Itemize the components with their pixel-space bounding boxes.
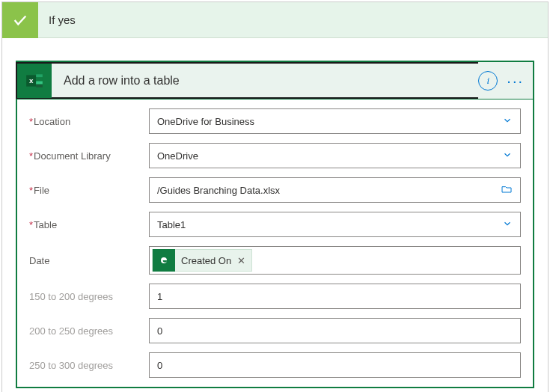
chevron-down-icon <box>502 150 513 162</box>
token-label: Created On <box>181 255 231 266</box>
condition-title: If yes <box>38 13 76 26</box>
action-title: Add a row into a table <box>52 74 180 88</box>
date-label: Date <box>29 255 149 266</box>
more-button[interactable]: ··· <box>507 73 524 88</box>
info-button[interactable]: i <box>478 71 498 91</box>
action-header[interactable]: x Add a row into a table i ··· <box>17 62 533 99</box>
condition-header[interactable]: If yes <box>2 2 548 38</box>
action-card: x Add a row into a table i ··· Location <box>16 61 534 388</box>
r3-value: 0 <box>157 360 513 371</box>
svg-rect-2 <box>36 74 43 77</box>
r2-label: 200 to 250 degrees <box>29 325 149 337</box>
table-label: Table <box>29 219 149 230</box>
chevron-down-icon <box>502 115 513 128</box>
file-picker[interactable]: /Guides Branching Data.xlsx <box>149 177 521 203</box>
doclib-value: OneDrive <box>157 150 502 162</box>
dataverse-icon <box>153 249 175 272</box>
r1-input[interactable]: 1 <box>149 284 521 309</box>
location-value: OneDrive for Business <box>157 116 502 127</box>
token-remove-button[interactable]: ✕ <box>237 255 245 266</box>
chevron-down-icon <box>502 218 513 231</box>
r1-label: 150 to 200 degrees <box>29 291 149 302</box>
table-value: Table1 <box>157 219 502 230</box>
excel-icon: x <box>17 64 52 98</box>
svg-text:x: x <box>29 76 34 85</box>
location-select[interactable]: OneDrive for Business <box>149 108 521 134</box>
location-label: Location <box>29 116 149 127</box>
doclib-select[interactable]: OneDrive <box>149 143 521 168</box>
date-input[interactable]: Created On ✕ <box>149 246 521 275</box>
r3-input[interactable]: 0 <box>149 352 521 378</box>
r2-value: 0 <box>157 325 513 337</box>
file-label: File <box>29 185 149 196</box>
svg-rect-5 <box>36 85 43 88</box>
table-select[interactable]: Table1 <box>149 212 521 237</box>
r3-label: 250 to 300 degrees <box>29 360 149 371</box>
r2-input[interactable]: 0 <box>149 318 521 343</box>
svg-rect-4 <box>36 81 43 84</box>
svg-rect-3 <box>36 77 43 80</box>
dynamic-token[interactable]: Created On ✕ <box>152 249 252 272</box>
file-value: /Guides Branching Data.xlsx <box>157 185 501 196</box>
folder-icon[interactable] <box>501 183 513 197</box>
check-icon <box>2 2 38 38</box>
doclib-label: Document Library <box>29 150 149 162</box>
r1-value: 1 <box>157 291 513 302</box>
